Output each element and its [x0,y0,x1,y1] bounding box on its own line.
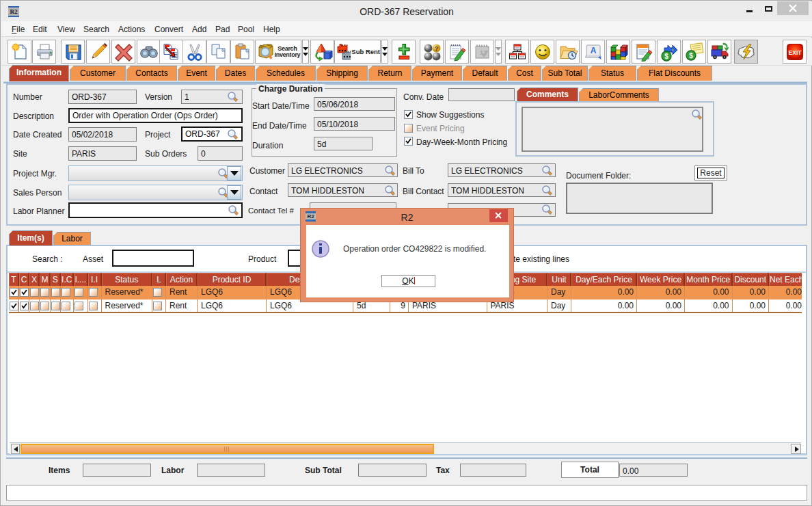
svg-text:$: $ [664,53,668,60]
svg-text:A: A [590,46,596,55]
svg-text:$: $ [689,52,693,59]
svg-text:?: ? [434,45,438,52]
svg-text:EXIT: EXIT [788,48,801,55]
